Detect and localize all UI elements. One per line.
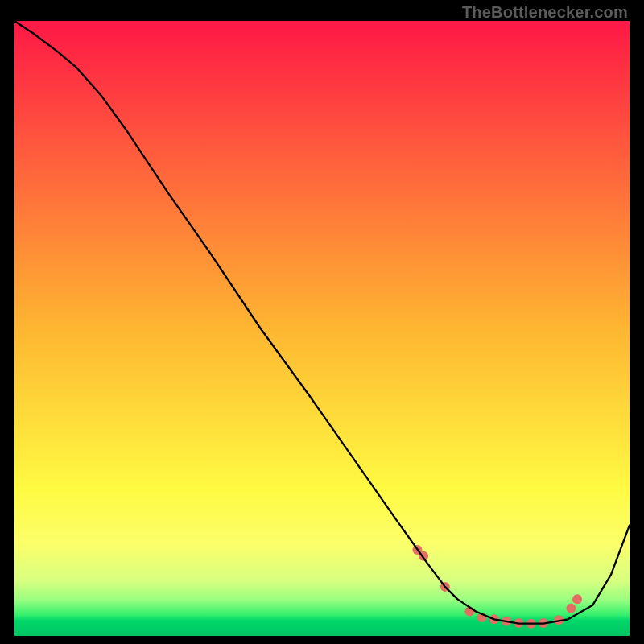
marker-dot (572, 594, 582, 604)
marker-dot (566, 604, 576, 613)
watermark: TheBottlenecker.com (462, 3, 628, 22)
plot-area (14, 21, 630, 636)
marker-layer (412, 545, 582, 629)
bottleneck-curve (14, 21, 630, 624)
